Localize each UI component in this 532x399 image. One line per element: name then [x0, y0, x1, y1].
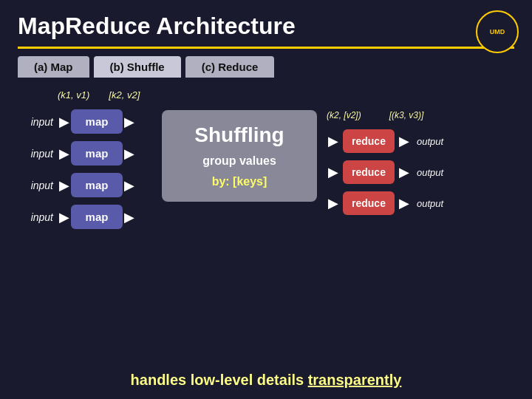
slide-title: MapReduce Architecture	[18, 13, 296, 39]
left-column: (k1, v1) [k2, v2] input ▶ map ▶ input ▶ …	[18, 89, 158, 229]
main-content: (k1, v1) [k2, v2] input ▶ map ▶ input ▶ …	[18, 89, 514, 229]
arrow-out-2: ▶	[124, 146, 134, 162]
input-label-1: input	[18, 116, 53, 128]
reduce-arrow-in-3: ▶	[328, 195, 338, 211]
shuffle-keys: by: [keys]	[212, 175, 267, 188]
reduce-row-1: ▶ reduce ▶ output	[327, 129, 489, 153]
map-row-2: input ▶ map ▶	[18, 141, 158, 166]
map-row-4: input ▶ map ▶	[18, 205, 158, 229]
middle-column: Shuffling group values by: [keys]	[158, 89, 321, 202]
k1v1-label: (k1, v1)	[58, 89, 89, 100]
logo-text: UMD	[490, 28, 505, 36]
arrow-1: ▶	[59, 114, 69, 130]
title-block: MapReduce Architecture	[18, 13, 296, 42]
title-divider	[18, 47, 514, 49]
arrow-out-1: ▶	[124, 114, 134, 130]
arrow-3: ▶	[59, 177, 69, 194]
key-label-row: (k1, v1) [k2, v2]	[18, 89, 158, 100]
shuffle-subtitle: group values	[202, 154, 276, 168]
k2v2-label2: (k2, [v2])	[327, 110, 361, 120]
tab-row: (a) Map (b) Shuffle (c) Reduce	[18, 56, 514, 78]
map-box-1: map	[71, 109, 123, 134]
reduce-arrow-out-3: ▶	[399, 195, 409, 211]
reduce-box-3: reduce	[343, 191, 395, 215]
reduce-arrow-out-1: ▶	[399, 133, 409, 149]
reduce-arrow-in-2: ▶	[328, 164, 338, 180]
map-box-4: map	[71, 205, 123, 229]
bottom-text: handles low-level details	[131, 372, 308, 388]
bottom-bar: handles low-level details transparently	[0, 372, 532, 389]
input-label-2: input	[18, 148, 53, 160]
reduce-row-2: ▶ reduce ▶ output	[327, 160, 489, 184]
reduce-arrow-out-2: ▶	[399, 164, 409, 180]
bottom-underlined: transparently	[308, 372, 402, 388]
input-label-4: input	[18, 211, 53, 223]
header-area: MapReduce Architecture UMD	[18, 13, 514, 42]
reduce-box-2: reduce	[343, 160, 395, 184]
arrow-4: ▶	[59, 209, 69, 225]
slide: MapReduce Architecture UMD (a) Map (b) S…	[0, 0, 532, 399]
map-box-2: map	[71, 141, 123, 166]
reduce-box-1: reduce	[343, 129, 395, 153]
k2v2-label-top: [k2, v2]	[109, 89, 140, 100]
shuffle-box: Shuffling group values by: [keys]	[162, 110, 317, 202]
shuffle-title: Shuffling	[194, 123, 284, 147]
map-row-1: input ▶ map ▶	[18, 109, 158, 134]
output-label-3: output	[417, 198, 443, 209]
output-label-2: output	[417, 167, 443, 178]
reduce-arrow-in-1: ▶	[328, 133, 338, 149]
right-top-labels: (k2, [v2]) [(k3, v3)]	[327, 110, 489, 120]
arrow-out-4: ▶	[124, 209, 134, 225]
arrow-out-3: ▶	[124, 177, 134, 194]
arrow-2: ▶	[59, 146, 69, 162]
map-box-3: map	[71, 173, 123, 197]
output-label-1: output	[417, 136, 443, 147]
map-row-3: input ▶ map ▶	[18, 173, 158, 197]
title-text: MapReduce Architecture	[18, 13, 296, 39]
k3v3-label: [(k3, v3)]	[389, 110, 424, 120]
reduce-row-3: ▶ reduce ▶ output	[327, 191, 489, 215]
tab-shuffle[interactable]: (b) Shuffle	[94, 56, 181, 78]
input-label-3: input	[18, 180, 53, 191]
tab-map[interactable]: (a) Map	[18, 56, 89, 78]
right-column: (k2, [v2]) [(k3, v3)] ▶ reduce ▶ output …	[327, 89, 489, 215]
tab-reduce[interactable]: (c) Reduce	[185, 56, 275, 78]
university-logo: UMD	[476, 10, 519, 53]
